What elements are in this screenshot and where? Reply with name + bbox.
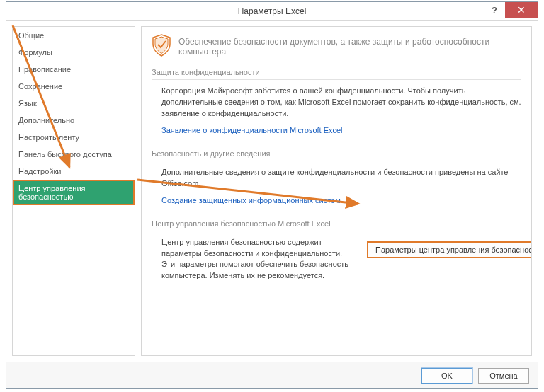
sidebar-item-proofing[interactable]: Правописание xyxy=(13,61,135,78)
sidebar-item-advanced[interactable]: Дополнительно xyxy=(13,112,135,129)
sidebar-item-trust-center[interactable]: Центр управления безопасностью xyxy=(13,180,135,205)
window-title: Параметры Excel xyxy=(6,6,538,16)
sidebar-item-addins[interactable]: Надстройки xyxy=(13,163,135,180)
close-button[interactable]: ✕ xyxy=(505,2,538,18)
sidebar: Общие Формулы Правописание Сохранение Яз… xyxy=(12,26,135,356)
section-title-security: Безопасность и другие сведения xyxy=(152,146,521,161)
help-button[interactable]: ? xyxy=(484,2,505,18)
trust-center-row: Центр управления безопасностью содержит … xyxy=(152,237,521,292)
sidebar-item-customize-ribbon[interactable]: Настроить ленту xyxy=(13,129,135,146)
trust-center-settings-button[interactable]: Параметры центра управления безопасность… xyxy=(367,241,532,258)
excel-options-dialog: Параметры Excel ? ✕ Общие Формулы Правоп… xyxy=(6,1,538,389)
content-pane: Обеспечение безопасности документов, а т… xyxy=(141,26,532,356)
hero: Обеспечение безопасности документов, а т… xyxy=(152,34,521,57)
privacy-statement-link[interactable]: Заявление о конфиденциальности Microsoft… xyxy=(162,126,343,134)
trustworthy-computing-link[interactable]: Создание защищенных информационных систе… xyxy=(162,196,341,204)
hero-text: Обеспечение безопасности документов, а т… xyxy=(178,34,521,57)
sidebar-item-quick-access[interactable]: Панель быстрого доступа xyxy=(13,146,135,163)
dialog-body: Общие Формулы Правописание Сохранение Яз… xyxy=(6,21,538,362)
cancel-button[interactable]: Отмена xyxy=(478,368,529,384)
sidebar-item-formulas[interactable]: Формулы xyxy=(13,44,135,61)
titlebar: Параметры Excel ? ✕ xyxy=(6,2,538,21)
ok-button[interactable]: OK xyxy=(421,368,472,384)
section-body-security: Дополнительные сведения о защите конфиде… xyxy=(152,167,521,217)
privacy-text: Корпорация Майкрософт заботится о вашей … xyxy=(162,86,521,120)
section-title-privacy: Защита конфиденциальности xyxy=(152,65,521,80)
dialog-footer: OK Отмена xyxy=(6,362,538,388)
trust-center-text: Центр управления безопасностью содержит … xyxy=(162,237,353,282)
section-title-trust-center: Центр управления безопасностью Microsoft… xyxy=(152,217,521,231)
sidebar-item-language[interactable]: Язык xyxy=(13,95,135,112)
window-buttons: ? ✕ xyxy=(484,2,538,18)
section-body-privacy: Корпорация Майкрософт заботится о вашей … xyxy=(152,86,521,146)
shield-icon xyxy=(152,34,171,57)
sidebar-item-general[interactable]: Общие xyxy=(13,27,135,44)
sidebar-item-save[interactable]: Сохранение xyxy=(13,78,135,95)
security-text: Дополнительные сведения о защите конфиде… xyxy=(162,167,521,190)
